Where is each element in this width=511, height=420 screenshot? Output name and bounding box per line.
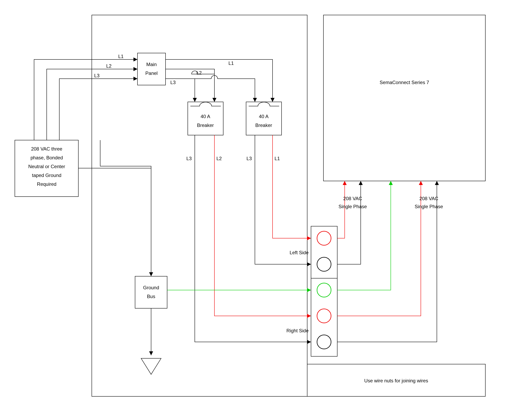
arrow-gb-green — [307, 288, 311, 292]
wire-nut4-dev — [337, 181, 421, 316]
arrow-br1-l3 — [307, 340, 311, 344]
breaker1-l2: Breaker — [197, 122, 214, 128]
main-panel-l2: Panel — [145, 70, 157, 76]
lbl-br2-l3: L3 — [247, 156, 252, 161]
main-panel-box — [138, 53, 165, 85]
dev-tag1a: 208 VAC — [343, 196, 362, 201]
right-side-label: Right Side — [286, 328, 309, 333]
arrow-br2-l1 — [307, 236, 311, 240]
breaker2-l1: 40 A — [259, 114, 269, 119]
arrow-nut2-dev — [359, 181, 363, 185]
source-l4: taped Ground — [32, 172, 62, 178]
footer-text: Use wire nuts for joining wires — [364, 378, 428, 383]
left-side-label: Left Side — [290, 250, 309, 255]
ground-bus-box — [135, 276, 167, 308]
lbl-in-l2: L2 — [106, 63, 112, 69]
arrow-br2-l3 — [307, 262, 311, 266]
source-l1: 208 VAC three — [31, 146, 62, 151]
ground-bus-l1: Ground — [143, 285, 159, 290]
nut-2 — [317, 257, 331, 271]
arrow-nut1-dev — [343, 181, 347, 185]
wire-nut1-dev — [337, 181, 345, 238]
lbl-in-l1: L1 — [118, 54, 124, 59]
breaker1-l1: 40 A — [201, 114, 210, 119]
lbl-br2-l1: L1 — [275, 156, 280, 161]
ground-bus-l2: Bus — [147, 294, 155, 299]
wire-nut2-dev — [337, 181, 361, 264]
lbl-br1-l2: L2 — [217, 156, 222, 161]
lbl-out-l1: L1 — [228, 60, 234, 66]
main-panel-l1: Main — [146, 62, 157, 67]
arrow-br1-l2 — [307, 314, 311, 318]
source-l3: Neutral or Center — [28, 164, 65, 169]
arrow-nut5-dev — [435, 181, 439, 185]
nut-5 — [317, 335, 331, 349]
dev-tag2b: Single Phase — [415, 204, 443, 209]
dev-tag2a: 208 VAC — [419, 196, 438, 201]
lbl-out-l3: L3 — [170, 80, 176, 85]
wiring-diagram: Load Service or Sub Panel SemaConnect Se… — [0, 0, 511, 420]
nut-1 — [317, 231, 331, 245]
breaker2-l2: Breaker — [255, 122, 272, 128]
device-box — [324, 15, 485, 181]
lbl-br1-l3: L3 — [186, 156, 192, 161]
arrow-nut3-dev — [389, 181, 393, 185]
device-name: SemaConnect Series 7 — [380, 80, 429, 85]
nut-3 — [317, 283, 331, 297]
lbl-out-l2: L2 — [196, 70, 202, 75]
arrow-nut4-dev — [419, 181, 423, 185]
lbl-in-l3: L3 — [94, 73, 100, 78]
dev-tag1b: Single Phase — [339, 204, 367, 209]
source-l5: Required — [37, 181, 56, 187]
nut-4 — [317, 309, 331, 323]
source-l2: phase, Bonded — [31, 155, 63, 160]
